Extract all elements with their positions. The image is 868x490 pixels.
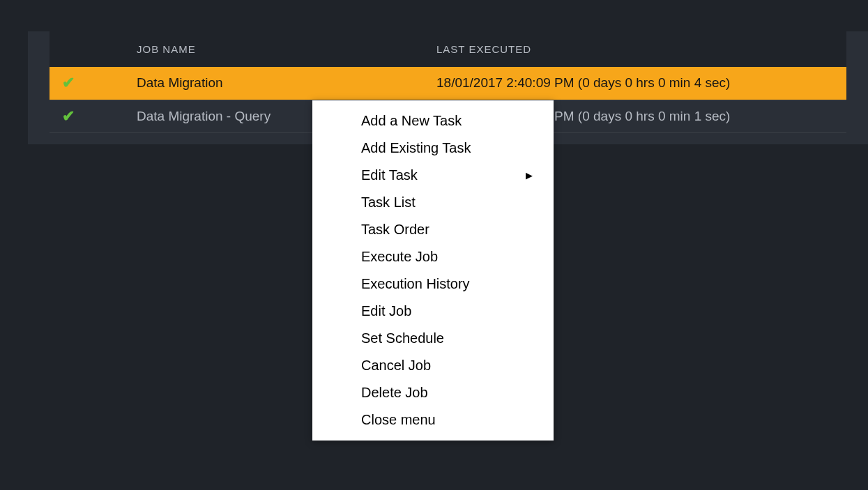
menu-item-delete-job[interactable]: Delete Job <box>312 379 554 406</box>
header-job-name: JOB NAME <box>130 31 429 67</box>
menu-item-execution-history[interactable]: Execution History <box>312 270 554 298</box>
menu-item-add-new-task[interactable]: Add a New Task <box>312 107 554 135</box>
menu-item-label: Task List <box>361 194 416 210</box>
menu-item-close-menu[interactable]: Close menu <box>312 406 554 434</box>
menu-item-execute-job[interactable]: Execute Job <box>312 243 554 270</box>
job-executed-cell: 18/01/2017 2:40:09 PM (0 days 0 hrs 0 mi… <box>429 67 846 100</box>
header-last-executed: LAST EXECUTED <box>429 31 846 67</box>
table-row[interactable]: ✔ Data Migration 18/01/2017 2:40:09 PM (… <box>50 67 846 100</box>
job-name-cell: Data Migration <box>130 67 429 100</box>
menu-item-label: Execute Job <box>361 249 438 265</box>
menu-item-label: Edit Job <box>361 303 411 319</box>
chevron-right-icon: ▶ <box>526 170 533 181</box>
menu-item-label: Edit Task <box>361 167 418 183</box>
check-icon: ✔ <box>56 74 75 92</box>
menu-item-edit-job[interactable]: Edit Job <box>312 298 554 325</box>
menu-item-cancel-job[interactable]: Cancel Job <box>312 352 554 379</box>
menu-item-task-order[interactable]: Task Order <box>312 216 554 243</box>
menu-item-label: Close menu <box>361 412 436 428</box>
menu-item-task-list[interactable]: Task List <box>312 189 554 216</box>
menu-item-label: Add a New Task <box>361 113 462 129</box>
context-menu: Add a New Task Add Existing Task Edit Ta… <box>312 100 554 441</box>
app-root: JOB NAME LAST EXECUTED ✔ Data Migration … <box>0 0 868 490</box>
menu-item-label: Cancel Job <box>361 358 431 374</box>
menu-item-label: Task Order <box>361 222 429 238</box>
menu-item-label: Delete Job <box>361 385 428 401</box>
menu-item-set-schedule[interactable]: Set Schedule <box>312 325 554 352</box>
menu-item-add-existing-task[interactable]: Add Existing Task <box>312 135 554 162</box>
menu-item-label: Add Existing Task <box>361 140 471 156</box>
header-status <box>50 31 130 67</box>
check-icon: ✔ <box>56 107 75 125</box>
table-header-row: JOB NAME LAST EXECUTED <box>50 31 846 67</box>
menu-item-label: Execution History <box>361 276 470 292</box>
menu-item-edit-task[interactable]: Edit Task ▶ <box>312 162 554 189</box>
menu-item-label: Set Schedule <box>361 330 444 346</box>
